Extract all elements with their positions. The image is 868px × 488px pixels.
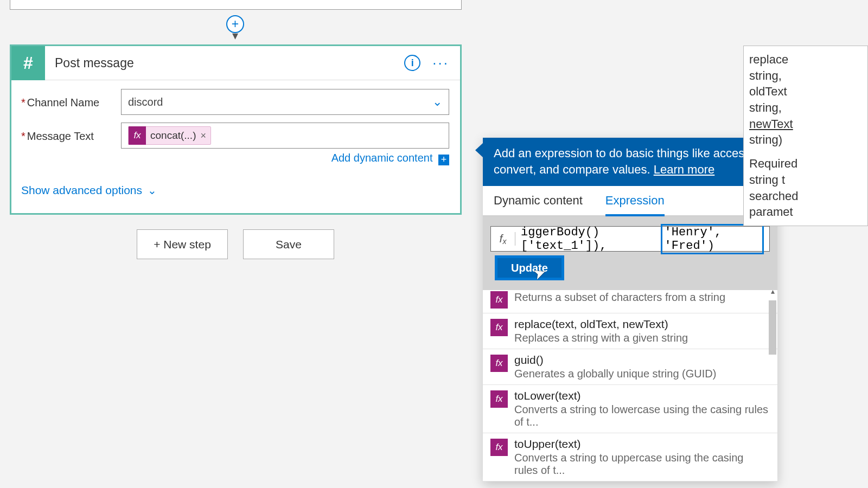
callout-arrow-icon — [475, 143, 483, 157]
function-item[interactable]: fxtoUpper(text)Converts a string to uppe… — [483, 433, 777, 481]
function-item[interactable]: fxsubstring(text, startIndex, length?)Re… — [483, 290, 777, 313]
fx-icon: fx — [491, 232, 515, 246]
channel-value: discord — [128, 96, 163, 108]
scrollbar-thumb[interactable] — [769, 300, 776, 355]
tab-dynamic-content[interactable]: Dynamic content — [494, 194, 583, 215]
more-icon[interactable]: ··· — [432, 55, 449, 72]
function-signature: toUpper(text) — [514, 438, 770, 451]
field-label-channel: Channel Name — [21, 89, 121, 109]
slack-hash-icon: # — [11, 46, 45, 80]
tab-expression[interactable]: Expression — [605, 194, 665, 216]
expression-panel: Add an expression to do basic things lik… — [483, 138, 777, 481]
expression-text-left: iggerBody()['text_1']), — [521, 226, 659, 253]
expression-token[interactable]: fx concat(...) × — [128, 126, 211, 145]
update-button[interactable]: Update ➤ — [495, 255, 564, 280]
token-label: concat(...) — [150, 130, 196, 142]
function-list[interactable]: fxsubstring(text, startIndex, length?)Re… — [483, 290, 777, 481]
fx-icon: fx — [490, 439, 508, 456]
expression-text-highlight: 'Henry', 'Fred') — [661, 224, 764, 254]
function-description: Converts a string to uppercase using the… — [514, 452, 770, 477]
function-description: Returns a subset of characters from a st… — [514, 291, 725, 304]
field-channelname: Channel Name discord ⌄ — [21, 89, 449, 115]
fx-icon: fx — [490, 355, 508, 372]
function-signature: replace(text, oldText, newText) — [514, 318, 688, 331]
function-item[interactable]: fxguid()Generates a globally unique stri… — [483, 349, 777, 385]
expression-input[interactable]: fx iggerBody()['text_1']), 'Henry', 'Fre… — [490, 226, 770, 252]
fx-icon: fx — [129, 126, 146, 145]
channel-dropdown[interactable]: discord ⌄ — [121, 89, 449, 115]
expression-editor-area: fx iggerBody()['text_1']), 'Henry', 'Fre… — [483, 216, 777, 290]
chevron-down-icon: ⌄ — [432, 95, 442, 109]
fx-icon: fx — [490, 390, 508, 408]
previous-action-card — [10, 0, 462, 10]
panel-header: Add an expression to do basic things lik… — [483, 138, 777, 186]
field-messagetext: Message Text fx concat(...) × — [21, 123, 449, 149]
show-advanced-options[interactable]: Show advanced options ⌄ — [21, 184, 157, 197]
add-dynamic-content-link[interactable]: Add dynamic content + — [331, 152, 449, 164]
save-button[interactable]: Save — [243, 229, 334, 259]
learn-more-link[interactable]: Learn more — [654, 163, 715, 176]
function-signature: toLower(text) — [514, 389, 770, 402]
arrow-down-icon: ▾ — [232, 32, 238, 39]
function-item[interactable]: fxreplace(text, oldText, newText)Replace… — [483, 313, 777, 349]
message-text-input[interactable]: fx concat(...) × — [121, 123, 449, 149]
plus-square-icon: + — [438, 155, 449, 165]
new-step-button[interactable]: + New step — [137, 229, 228, 259]
function-description: Converts a string to lowercase using the… — [514, 403, 770, 428]
scroll-up-arrow-icon[interactable]: ▴ — [768, 287, 777, 297]
field-label-message: Message Text — [21, 123, 121, 143]
chevron-down-icon: ⌄ — [148, 184, 157, 197]
card-title: Post message — [45, 56, 404, 70]
parameter-tooltip: replace string, oldText string, newText … — [743, 46, 868, 226]
function-item[interactable]: fxtoLower(text)Converts a string to lowe… — [483, 385, 777, 433]
fx-icon: fx — [490, 291, 508, 309]
card-header[interactable]: # Post message i ··· — [11, 46, 460, 80]
function-signature: guid() — [514, 354, 716, 367]
panel-tabs: Dynamic content Expression — [483, 186, 777, 216]
fx-icon: fx — [490, 319, 508, 336]
remove-token-icon[interactable]: × — [200, 130, 206, 142]
function-description: Generates a globally unique string (GUID… — [514, 368, 716, 380]
info-icon[interactable]: i — [404, 55, 420, 71]
action-card-post-message: # Post message i ··· Channel Name discor… — [10, 44, 462, 215]
function-description: Replaces a string with a given string — [514, 332, 688, 344]
insert-step-connector[interactable]: + ▾ — [217, 15, 253, 39]
